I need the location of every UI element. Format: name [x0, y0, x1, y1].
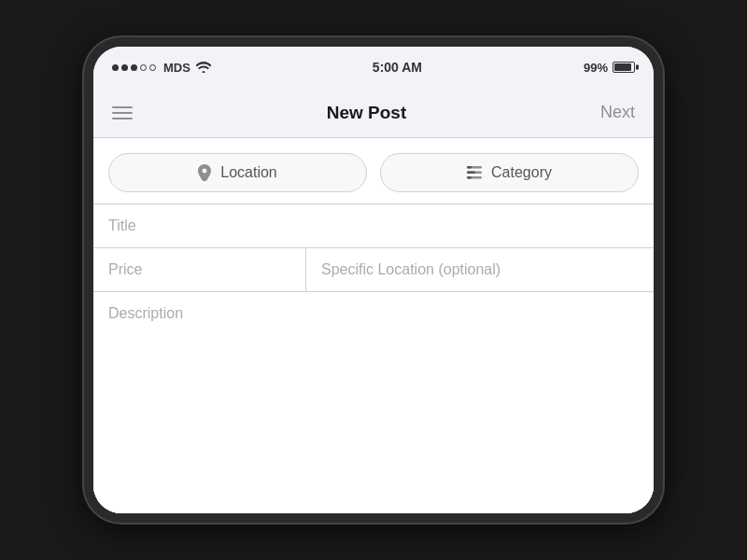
signal-dot-2: [121, 64, 128, 71]
content-area: Location Category Title: [93, 138, 654, 513]
price-location-row: Price Specific Location (optional): [93, 247, 654, 291]
status-time: 5:00 AM: [373, 60, 422, 75]
status-left: MDS: [112, 61, 211, 75]
hamburger-line-1: [112, 106, 133, 108]
carrier-label: MDS: [163, 61, 190, 75]
signal-dot-1: [112, 64, 119, 71]
signal-dot-3: [131, 64, 137, 71]
signal-dots: [112, 64, 156, 71]
price-placeholder: Price: [108, 261, 142, 277]
phone-shell: MDS 5:00 AM 99% New Post Next: [84, 37, 663, 523]
svg-rect-4: [467, 172, 475, 175]
nav-bar: New Post Next: [93, 88, 654, 138]
description-placeholder: Description: [108, 305, 183, 321]
specific-location-placeholder: Specific Location (optional): [321, 261, 500, 277]
filter-row: Location Category: [93, 138, 654, 203]
page-title: New Post: [327, 103, 407, 123]
specific-location-field[interactable]: Specific Location (optional): [306, 248, 654, 291]
signal-dot-4: [140, 64, 147, 71]
location-pin-icon: [198, 164, 211, 181]
category-filter-label: Category: [491, 164, 552, 181]
phone-screen: MDS 5:00 AM 99% New Post Next: [93, 47, 654, 513]
hamburger-line-2: [112, 112, 133, 114]
status-bar: MDS 5:00 AM 99%: [93, 47, 654, 88]
svg-rect-5: [467, 176, 472, 179]
category-icon: [467, 166, 482, 179]
status-right: 99%: [584, 61, 635, 75]
description-field[interactable]: Description: [93, 291, 654, 513]
category-filter-button[interactable]: Category: [380, 153, 639, 192]
location-filter-label: Location: [220, 164, 277, 181]
battery-icon: [613, 62, 635, 73]
battery-percent: 99%: [584, 61, 608, 75]
next-button[interactable]: Next: [600, 103, 635, 122]
wifi-icon: [196, 62, 211, 73]
location-filter-button[interactable]: Location: [108, 153, 367, 192]
svg-rect-3: [467, 166, 472, 169]
menu-icon[interactable]: [112, 106, 133, 119]
signal-dot-5: [149, 64, 156, 71]
price-field[interactable]: Price: [93, 248, 306, 291]
title-field[interactable]: Title: [93, 203, 654, 247]
hamburger-line-3: [112, 118, 133, 119]
title-placeholder: Title: [108, 217, 136, 233]
battery-fill: [614, 63, 631, 71]
